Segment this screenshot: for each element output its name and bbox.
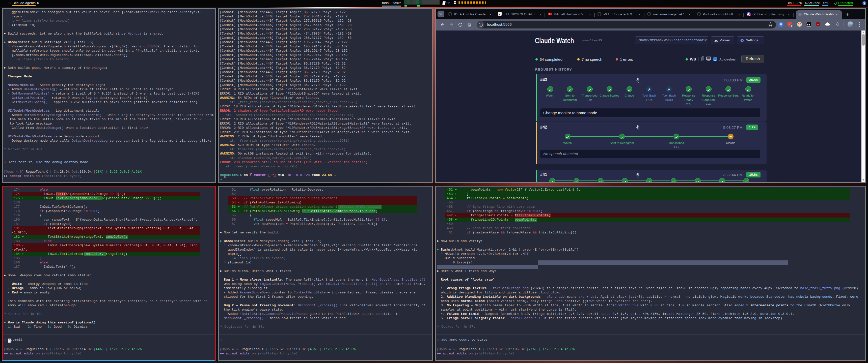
- svg-text:2: 2: [749, 14, 750, 16]
- svg-text:e: e: [499, 12, 501, 15]
